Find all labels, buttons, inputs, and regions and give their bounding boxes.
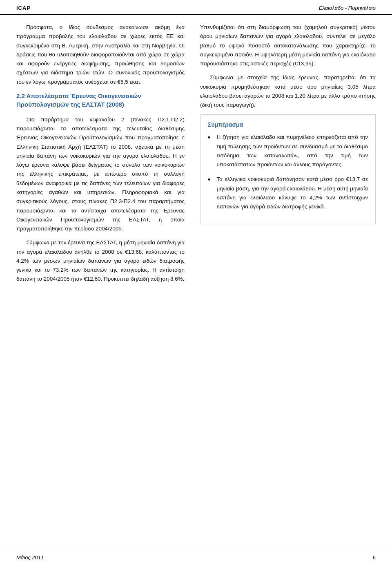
left-para-3: Στο παράρτημα του κεφαλαίου 2 (πίνακες Π… <box>16 115 185 233</box>
footer-left-label: Μάιος 2011 <box>16 554 44 561</box>
summary-item-1: Η ζήτηση για ελαιόλαδο και πυρηνέλαιο επ… <box>208 133 368 169</box>
summary-list: Η ζήτηση για ελαιόλαδο και πυρηνέλαιο επ… <box>208 133 368 211</box>
header-left-label: ICAP <box>16 5 31 11</box>
section-heading-2-2: 2.2 Αποτελέσματα Έρευνας Οικογενειακών Π… <box>16 92 185 109</box>
right-para-1: Υπενθυμίζεται ότι στη διαμόρφωση του (χα… <box>200 23 376 68</box>
page-footer: Μάιος 2011 6 <box>0 551 392 564</box>
left-para-1: Πρόσφατα, ο ίδιος σύνδεσμος ανακοίνωσε α… <box>16 23 185 87</box>
right-column: Υπενθυμίζεται ότι στη διαμόρφωση του (χα… <box>196 23 376 289</box>
summary-item-2-text: Τα ελληνικά νοικοκυριά δαπάνησαν κατά μέ… <box>216 175 368 211</box>
footer-right-label: 6 <box>373 554 376 561</box>
summary-title: Συμπέρασμα <box>208 121 368 128</box>
page-container: ICAP Ελαιόλαδο - Πυρηνέλαιο Πρόσφατα, ο … <box>0 0 392 572</box>
summary-item-1-text: Η ζήτηση για ελαιόλαδο και πυρηνέλαιο επ… <box>216 133 368 169</box>
header-right-label: Ελαιόλαδο - Πυρηνέλαιο <box>319 5 376 11</box>
summary-item-2: Τα ελληνικά νοικοκυριά δαπάνησαν κατά μέ… <box>208 175 368 211</box>
summary-box: Συμπέρασμα Η ζήτηση για ελαιόλαδο και πυ… <box>200 114 376 224</box>
left-para-4: Σύμφωνα με την έρευνα της ΕΛΣΤΑΤ, η μέση… <box>16 238 185 284</box>
page-header: ICAP Ελαιόλαδο - Πυρηνέλαιο <box>0 0 392 15</box>
main-content: Πρόσφατα, ο ίδιος σύνδεσμος ανακοίνωσε α… <box>0 15 392 313</box>
left-column: Πρόσφατα, ο ίδιος σύνδεσμος ανακοίνωσε α… <box>16 23 196 289</box>
right-para-2: Σύμφωνα με στοιχεία της ίδιας έρευνας, π… <box>200 73 376 109</box>
